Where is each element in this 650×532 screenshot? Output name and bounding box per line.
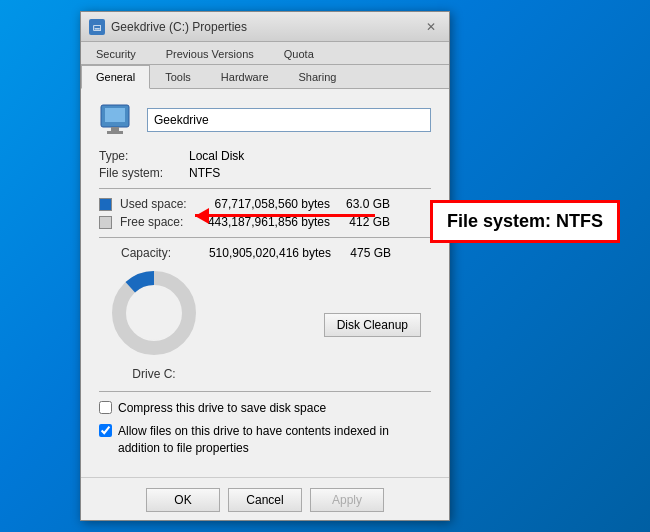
index-row: Allow files on this drive to have conten…: [99, 423, 431, 457]
tab-tools[interactable]: Tools: [150, 65, 206, 89]
tabs-top-row: Security Previous Versions Quota: [81, 42, 449, 65]
capacity-bytes: 510,905,020,416 bytes: [201, 246, 331, 260]
tabs-bottom-row: General Tools Hardware Sharing: [81, 65, 449, 89]
button-row: OK Cancel Apply: [81, 477, 449, 520]
free-label: Free space:: [120, 215, 200, 229]
capacity-label: Capacity:: [121, 246, 201, 260]
hdd-icon: [99, 103, 137, 137]
close-button[interactable]: ✕: [421, 17, 441, 37]
filesystem-label: File system:: [99, 166, 189, 180]
window-icon: 🖴: [89, 19, 105, 35]
window-title: Geekdrive (C:) Properties: [111, 20, 247, 34]
type-label: Type:: [99, 149, 189, 163]
free-gb: 412 GB: [330, 215, 390, 229]
filesystem-value: NTFS: [189, 166, 220, 180]
disk-cleanup-button[interactable]: Disk Cleanup: [324, 313, 421, 337]
divider-3: [99, 391, 431, 392]
free-color-indicator: [99, 216, 112, 229]
free-space-row: Free space: 443,187,961,856 bytes 412 GB: [99, 215, 431, 229]
cancel-button[interactable]: Cancel: [228, 488, 302, 512]
used-color-indicator: [99, 198, 112, 211]
svg-rect-1: [105, 108, 125, 122]
used-bytes: 67,717,058,560 bytes: [200, 197, 330, 211]
svg-rect-2: [111, 127, 119, 131]
tab-hardware[interactable]: Hardware: [206, 65, 284, 89]
dialog-content: Type: Local Disk File system: NTFS Used …: [81, 89, 449, 472]
used-gb: 63.0 GB: [330, 197, 390, 211]
drive-icon: [99, 103, 137, 137]
drive-label: Drive C:: [109, 367, 199, 381]
used-label: Used space:: [120, 197, 200, 211]
svg-point-6: [127, 286, 181, 340]
donut-chart: [109, 268, 199, 358]
tab-general[interactable]: General: [81, 65, 150, 89]
capacity-gb: 475 GB: [331, 246, 391, 260]
index-label: Allow files on this drive to have conten…: [118, 423, 431, 457]
properties-dialog: 🖴 Geekdrive (C:) Properties ✕ Security P…: [80, 11, 450, 520]
divider-1: [99, 188, 431, 189]
divider-2: [99, 237, 431, 238]
annotation-box: File system: NTFS: [430, 200, 620, 243]
compress-row: Compress this drive to save disk space: [99, 400, 431, 417]
ok-button[interactable]: OK: [146, 488, 220, 512]
index-checkbox[interactable]: [99, 424, 112, 437]
donut-area: Drive C:: [109, 268, 199, 381]
title-bar-left: 🖴 Geekdrive (C:) Properties: [89, 19, 247, 35]
compress-checkbox[interactable]: [99, 401, 112, 414]
filesystem-row: File system: NTFS: [99, 166, 431, 180]
tab-security[interactable]: Security: [81, 42, 151, 65]
free-bytes: 443,187,961,856 bytes: [200, 215, 330, 229]
svg-rect-3: [107, 131, 123, 134]
drive-name-input[interactable]: [147, 108, 431, 132]
tab-previous-versions[interactable]: Previous Versions: [151, 42, 269, 65]
type-value: Local Disk: [189, 149, 244, 163]
tab-quota[interactable]: Quota: [269, 42, 329, 65]
compress-label: Compress this drive to save disk space: [118, 400, 326, 417]
type-row: Type: Local Disk: [99, 149, 431, 163]
tab-sharing[interactable]: Sharing: [284, 65, 352, 89]
drive-name-row: [99, 103, 431, 137]
annotation-text: File system: NTFS: [447, 211, 603, 231]
checkbox-section: Compress this drive to save disk space A…: [99, 400, 431, 456]
capacity-row: Capacity: 510,905,020,416 bytes 475 GB: [99, 246, 431, 260]
used-space-row: Used space: 67,717,058,560 bytes 63.0 GB: [99, 197, 431, 211]
donut-section: Drive C: Disk Cleanup: [99, 268, 431, 381]
title-bar: 🖴 Geekdrive (C:) Properties ✕: [81, 12, 449, 42]
apply-button[interactable]: Apply: [310, 488, 384, 512]
